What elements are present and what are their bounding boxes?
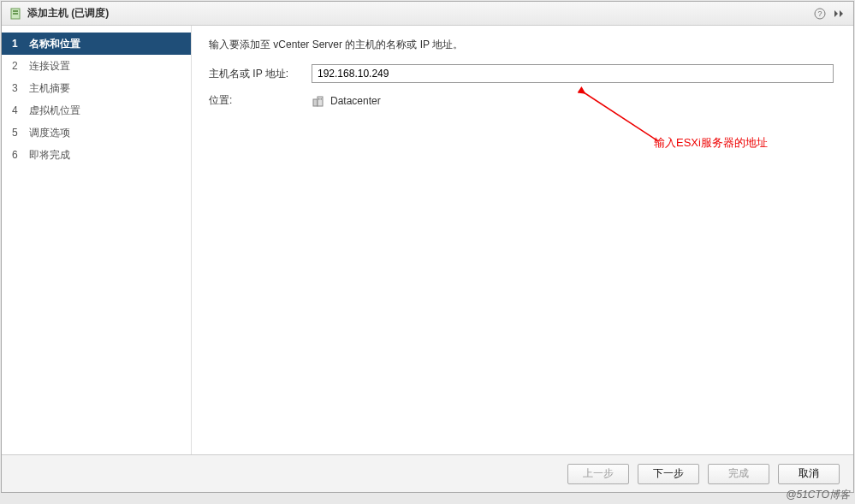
dialog-footer: 上一步 下一步 完成 取消 — [2, 454, 853, 492]
step-label: 虚拟机位置 — [29, 104, 80, 118]
step-vm-location[interactable]: 4 虚拟机位置 — [2, 99, 191, 122]
host-label: 主机名或 IP 地址: — [209, 67, 312, 81]
titlebar: 添加主机 (已调度) ? — [2, 2, 853, 26]
cancel-button[interactable]: 取消 — [778, 464, 840, 484]
location-value: Datacenter — [312, 94, 381, 108]
step-label: 即将完成 — [29, 148, 70, 163]
svg-rect-8 — [321, 98, 323, 100]
host-icon — [9, 7, 22, 21]
svg-rect-2 — [13, 13, 18, 15]
wizard-sidebar: 1 名称和位置 2 连接设置 3 主机摘要 4 虚拟机位置 5 调度选项 6 即… — [2, 26, 192, 454]
host-row: 主机名或 IP 地址: — [209, 64, 836, 83]
svg-rect-1 — [13, 10, 18, 12]
svg-rect-5 — [313, 99, 318, 106]
expand-icon[interactable] — [831, 6, 846, 21]
wizard-main: 输入要添加至 vCenter Server 的主机的名称或 IP 地址。 主机名… — [192, 26, 853, 454]
add-host-dialog: 添加主机 (已调度) ? 1 名称和位置 2 连接设置 3 主机摘要 4 — [1, 1, 854, 493]
svg-text:?: ? — [817, 9, 822, 18]
back-button[interactable]: 上一步 — [567, 464, 629, 484]
location-row: 位置: Datacenter — [209, 93, 836, 108]
step-label: 名称和位置 — [29, 37, 80, 51]
finish-button[interactable]: 完成 — [708, 464, 769, 484]
step-label: 调度选项 — [29, 126, 70, 140]
next-button[interactable]: 下一步 — [638, 464, 699, 484]
dialog-title: 添加主机 (已调度) — [27, 6, 109, 21]
dialog-body: 1 名称和位置 2 连接设置 3 主机摘要 4 虚拟机位置 5 调度选项 6 即… — [2, 26, 853, 454]
help-icon[interactable]: ? — [812, 6, 828, 21]
host-input[interactable] — [312, 64, 834, 83]
step-summary[interactable]: 3 主机摘要 — [2, 77, 191, 99]
watermark: @51CTO博客 — [786, 488, 850, 502]
datacenter-icon — [312, 94, 325, 108]
step-label: 连接设置 — [29, 59, 70, 74]
step-connection[interactable]: 2 连接设置 — [2, 55, 191, 77]
step-label: 主机摘要 — [29, 81, 70, 96]
location-label: 位置: — [209, 93, 312, 108]
step-schedule[interactable]: 5 调度选项 — [2, 122, 191, 144]
step-complete[interactable]: 6 即将完成 — [2, 144, 191, 166]
svg-rect-7 — [318, 98, 320, 100]
annotation-text: 输入ESXi服务器的地址 — [654, 135, 768, 151]
step-name-location[interactable]: 1 名称和位置 — [2, 33, 191, 55]
svg-rect-6 — [318, 97, 323, 106]
instruction-text: 输入要添加至 vCenter Server 的主机的名称或 IP 地址。 — [209, 38, 836, 52]
location-text: Datacenter — [330, 95, 381, 107]
